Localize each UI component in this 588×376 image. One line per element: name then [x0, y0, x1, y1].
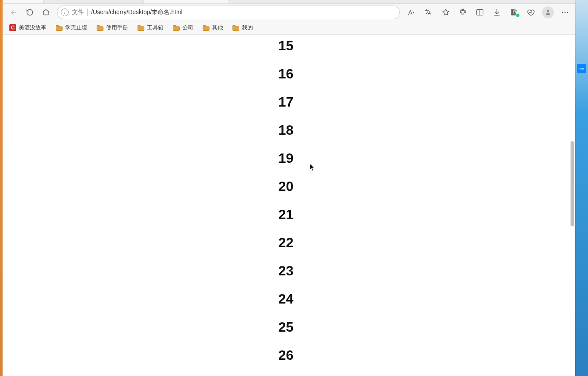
profile-button[interactable]: [540, 6, 556, 19]
number-heading: 21: [278, 200, 294, 228]
page-viewport: 15 16 17 18 19 20 21 22 23 24 25 26: [3, 35, 575, 376]
vertical-scrollbar[interactable]: [569, 35, 575, 376]
bookmark-6[interactable]: 我的: [231, 23, 255, 33]
bookmark-label: 我的: [242, 24, 253, 32]
translate-button[interactable]: [421, 6, 436, 19]
bookmark-label: 使用手册: [106, 24, 128, 32]
avatar-icon: [542, 6, 554, 18]
tab-strip[interactable]: [3, 0, 575, 4]
address-bar[interactable]: 文件 /Users/cherry/Desktop/未命名.html: [57, 6, 400, 19]
text-size-button[interactable]: [404, 6, 419, 19]
bookmark-5[interactable]: 其他: [201, 23, 225, 33]
folder-icon: [203, 25, 209, 31]
number-heading: 25: [278, 313, 294, 341]
back-button[interactable]: [7, 6, 20, 19]
svg-point-5: [565, 12, 566, 13]
folder-icon: [232, 25, 239, 31]
browser-window: 文件 /Users/cherry/Desktop/未命名.html: [3, 0, 575, 376]
bookmark-3[interactable]: 工具箱: [136, 23, 165, 33]
toolbar-right-icons: [404, 6, 573, 19]
number-heading: 15: [278, 35, 294, 60]
numbers-list: 15 16 17 18 19 20 21 22 23 24 25 26: [3, 35, 569, 369]
scrollbar-thumb[interactable]: [571, 141, 574, 226]
bookmark-label: 其他: [212, 24, 223, 32]
bookmark-label: 学无止境: [65, 24, 87, 32]
number-heading: 22: [278, 228, 294, 257]
bookmark-1[interactable]: 学无止境: [54, 23, 89, 33]
browser-toolbar: 文件 /Users/cherry/Desktop/未命名.html: [3, 4, 575, 21]
address-divider: [87, 9, 88, 16]
refresh-button[interactable]: [23, 6, 37, 19]
number-heading: 17: [278, 88, 294, 116]
favorite-star-button[interactable]: [438, 6, 453, 19]
bookmarks-bar: C 美酒没故事 学无止境 使用手册 工具箱 公司 其他 我的: [3, 21, 575, 35]
svg-point-6: [567, 12, 568, 13]
folder-icon: [97, 25, 103, 31]
number-heading: 18: [278, 116, 294, 144]
bookmark-label: 美酒没故事: [19, 24, 46, 32]
bookmark-label: 工具箱: [147, 24, 163, 32]
info-icon[interactable]: [61, 9, 69, 16]
svg-point-3: [547, 10, 549, 12]
side-app-icon[interactable]: we: [577, 64, 586, 73]
svg-point-0: [462, 9, 463, 11]
number-heading: 26: [278, 341, 294, 369]
performance-button[interactable]: [523, 6, 539, 19]
desktop-wallpaper-right: we: [575, 0, 588, 376]
bookmark-label: 公司: [182, 24, 193, 32]
folder-icon: [173, 25, 180, 31]
downloads-button[interactable]: [489, 6, 505, 19]
bookmark-0[interactable]: C 美酒没故事: [8, 23, 48, 33]
extensions-button[interactable]: [455, 6, 470, 19]
page-content-area[interactable]: 15 16 17 18 19 20 21 22 23 24 25 26: [3, 35, 569, 376]
number-heading: 19: [278, 144, 294, 172]
number-heading: 16: [278, 60, 294, 88]
split-screen-button[interactable]: [472, 6, 488, 19]
more-menu-button[interactable]: [557, 6, 573, 19]
bookmark-2[interactable]: 使用手册: [95, 23, 130, 33]
number-heading: 24: [278, 285, 294, 313]
number-heading: 20: [278, 172, 294, 200]
url-text: /Users/cherry/Desktop/未命名.html: [91, 9, 396, 16]
bookmark-4[interactable]: 公司: [171, 23, 195, 33]
svg-point-4: [562, 12, 563, 13]
url-scheme-label: 文件: [72, 9, 84, 16]
folder-icon: [56, 25, 63, 31]
collections-button[interactable]: [506, 6, 522, 19]
home-button[interactable]: [39, 6, 53, 19]
folder-icon: [138, 25, 144, 31]
bookmark-favicon-c: C: [9, 24, 16, 31]
number-heading: 23: [278, 257, 294, 285]
